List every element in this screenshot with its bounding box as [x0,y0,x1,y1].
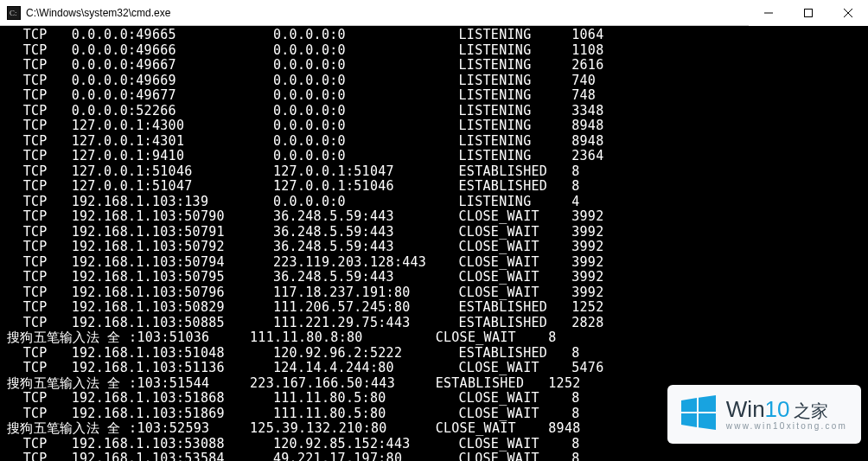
table-row: TCP 0.0.0.0:49666 0.0.0.0:0 LISTENING 11… [7,43,868,59]
table-row: TCP 127.0.0.1:51046 127.0.0.1:51047 ESTA… [7,164,868,180]
table-row: TCP 0.0.0.0:49677 0.0.0.0:0 LISTENING 74… [7,88,868,104]
table-row: TCP 127.0.0.1:51047 127.0.0.1:51046 ESTA… [7,179,868,195]
table-row: 搜狗五笔输入法 全 :103:51036 111.11.80.8:80 CLOS… [7,330,868,346]
table-row: TCP 127.0.0.1:4300 0.0.0.0:0 LISTENING 8… [7,118,868,134]
table-row: TCP 192.168.1.103:51048 120.92.96.2:5222… [7,346,868,362]
table-row: TCP 192.168.1.103:50792 36.248.5.59:443 … [7,240,868,255]
table-row: TCP 192.168.1.103:50796 117.18.237.191:8… [7,285,868,301]
watermark-brand: Win10之家 [726,398,847,420]
table-row: TCP 0.0.0.0:49667 0.0.0.0:0 LISTENING 26… [7,58,868,74]
table-row: TCP 127.0.0.1:4301 0.0.0.0:0 LISTENING 8… [7,134,868,150]
maximize-button[interactable] [788,0,828,26]
watermark-url: www.win10xitong.com [726,422,847,431]
table-row: TCP 192.168.1.103:139 0.0.0.0:0 LISTENIN… [7,195,868,210]
table-row: TCP 192.168.1.103:53584 49.221.17.197:80… [7,451,868,461]
svg-text:C:: C: [10,9,17,17]
table-row: TCP 127.0.0.1:9410 0.0.0.0:0 LISTENING 2… [7,149,868,164]
table-row: TCP 192.168.1.103:50794 223.119.203.128:… [7,255,868,271]
table-row: TCP 192.168.1.103:51136 124.14.4.244:80 … [7,361,868,376]
svg-marker-10 [699,413,716,430]
table-row: TCP 192.168.1.103:50885 111.221.29.75:44… [7,316,868,331]
table-row: TCP 192.168.1.103:50829 111.206.57.245:8… [7,300,868,316]
table-row: TCP 192.168.1.103:50795 36.248.5.59:443 … [7,270,868,285]
svg-marker-8 [699,395,716,412]
window-title: C:\Windows\system32\cmd.exe [26,7,749,19]
minimize-button[interactable] [749,0,788,26]
table-row: TCP 192.168.1.103:50790 36.248.5.59:443 … [7,209,868,225]
titlebar: C: C:\Windows\system32\cmd.exe [0,0,868,26]
table-row: TCP 0.0.0.0:49669 0.0.0.0:0 LISTENING 74… [7,74,868,89]
table-row: TCP 0.0.0.0:49665 0.0.0.0:0 LISTENING 10… [7,28,868,43]
table-row: TCP 192.168.1.103:50791 36.248.5.59:443 … [7,225,868,240]
svg-marker-7 [681,398,697,412]
windows-logo-icon [680,394,718,435]
window-controls [749,0,868,25]
table-row: TCP 0.0.0.0:52266 0.0.0.0:0 LISTENING 33… [7,104,868,119]
watermark: Win10之家 www.win10xitong.com [667,385,861,444]
close-button[interactable] [828,0,868,26]
svg-rect-4 [805,10,813,17]
cmd-icon: C: [7,6,21,20]
svg-marker-9 [681,413,697,427]
